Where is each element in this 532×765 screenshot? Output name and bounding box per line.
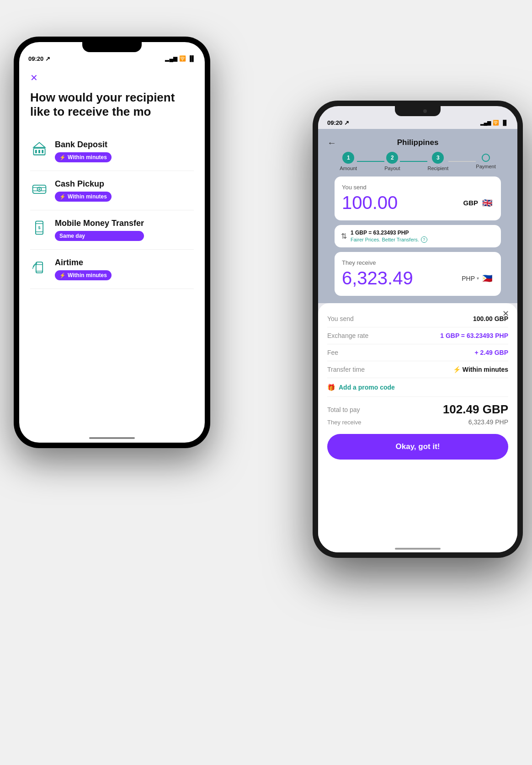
cash-pickup-badge: Within minutes (55, 192, 112, 202)
total-value: 102.49 GBP (443, 402, 508, 417)
battery-icon-front: ▐▌ (501, 120, 508, 125)
step-3-label: Recipient (427, 166, 448, 171)
send-currency-code: GBP (463, 199, 478, 207)
step-payment: Payment (476, 154, 495, 169)
svg-text:$: $ (38, 225, 40, 230)
bottom-sheet: ✕ You send 100.00 GBP Exchange rate 1 GB… (318, 303, 517, 552)
mobile-money-text: Mobile Money Transfer Same day (55, 219, 144, 241)
transfer-time-text: Within minutes (463, 366, 508, 373)
step-1-circle: 1 (342, 152, 354, 164)
mobile-money-name: Mobile Money Transfer (55, 219, 144, 228)
svg-rect-2 (38, 150, 40, 153)
detail-you-send: You send 100.00 GBP (327, 310, 508, 327)
bank-deposit-badge: Within minutes (55, 152, 112, 162)
detail-fee: Fee + 2.49 GBP (327, 344, 508, 361)
help-icon[interactable]: ? (421, 236, 427, 243)
rate-row: ⇅ 1 GBP = 63.23493 PHP Fairer Prices. Be… (335, 225, 501, 247)
home-indicator-back (89, 437, 135, 439)
step-2-label: Payout (384, 166, 400, 171)
swap-icon[interactable]: ⇅ (341, 232, 347, 241)
sheet-they-receive-label: They receive (327, 419, 361, 426)
phone-front-screen: 09:20 ↗ ▂▄▆ 🛜 ▐▌ ← Philippines 1 Am (318, 106, 517, 552)
home-indicator-front (395, 548, 441, 550)
total-row: Total to pay 102.49 GBP (327, 402, 508, 417)
sheet-they-receive-value: 6,323.49 PHP (468, 418, 508, 426)
detail-you-send-label: You send (327, 315, 354, 322)
step-4-circle (482, 154, 490, 162)
detail-fee-label: Fee (327, 349, 338, 356)
promo-icon: 🎁 (327, 384, 335, 391)
airtime-option[interactable]: Airtime Within minutes (30, 250, 194, 289)
bank-deposit-name: Bank Deposit (55, 140, 112, 150)
bank-deposit-option[interactable]: Bank Deposit Within minutes (30, 132, 194, 171)
you-send-card: You send 100.00 GBP 🇬🇧 (335, 177, 501, 220)
cash-pickup-icon (30, 179, 48, 198)
detail-rate-label: Exchange rate (327, 332, 368, 339)
screen-content-front: ← Philippines 1 Amount 2 Payout (318, 129, 517, 552)
airtime-icon (30, 258, 48, 276)
sheet-they-receive-row: They receive 6,323.49 PHP (327, 418, 508, 426)
detail-transfer-time: Transfer time ⚡ Within minutes (327, 361, 508, 378)
detail-time-value: ⚡ Within minutes (453, 366, 508, 373)
total-section: Total to pay 102.49 GBP They receive 6,3… (327, 397, 508, 429)
notch-back (82, 42, 142, 52)
sheet-close-button[interactable]: ✕ (502, 310, 509, 318)
detail-exchange-rate: Exchange rate 1 GBP = 63.23493 PHP (327, 327, 508, 344)
cash-pickup-option[interactable]: Cash Pickup Within minutes (30, 171, 194, 210)
rate-info: 1 GBP = 63.23493 PHP Fairer Prices. Bett… (351, 230, 427, 243)
lightning-icon: ⚡ (453, 366, 461, 373)
airtime-name: Airtime (55, 258, 112, 267)
phone-back-screen: 09:20 ↗ ▂▄▆ 🛜 ▐▌ ✕ How would your recipi… (19, 42, 205, 443)
airtime-text: Airtime Within minutes (55, 258, 112, 280)
promo-row[interactable]: 🎁 Add a promo code (327, 378, 508, 397)
php-currency[interactable]: PHP ▾ 🇵🇭 (462, 272, 494, 285)
step-recipient: 3 Recipient (427, 152, 448, 171)
screen-top-section: ← Philippines 1 Amount 2 Payout (318, 129, 517, 303)
fairer-text: Fairer Prices. Better Transfers. ? (351, 236, 427, 243)
step-4-label: Payment (476, 164, 495, 169)
okay-got-it-button[interactable]: Okay, got it! (327, 434, 508, 460)
status-time-front: 09:20 ↗ (327, 119, 349, 126)
status-bar-back: 09:20 ↗ ▂▄▆ 🛜 ▐▌ (19, 52, 205, 65)
detail-fee-value: + 2.49 GBP (474, 349, 508, 356)
front-camera (423, 109, 427, 113)
promo-text: Add a promo code (339, 384, 395, 391)
signal-icon-front: ▂▄▆ (480, 120, 491, 126)
svg-point-8 (38, 188, 40, 190)
cash-pickup-text: Cash Pickup Within minutes (55, 179, 112, 202)
step-payout: 2 Payout (384, 152, 400, 171)
status-bar-front: 09:20 ↗ ▂▄▆ 🛜 ▐▌ (318, 116, 517, 129)
mobile-money-option[interactable]: $ Mobile Money Transfer Same day (30, 210, 194, 250)
they-receive-row: 6,323.49 PHP ▾ 🇵🇭 (342, 268, 494, 289)
php-flag: 🇵🇭 (481, 272, 494, 285)
step-1-label: Amount (340, 166, 357, 171)
you-send-label: You send (342, 184, 494, 191)
airtime-badge: Within minutes (55, 270, 112, 280)
gbp-flag: 🇬🇧 (481, 197, 494, 209)
step-2-circle: 2 (386, 152, 398, 164)
detail-time-label: Transfer time (327, 366, 365, 373)
svg-rect-1 (35, 150, 37, 153)
nav-title: Philippines (397, 138, 439, 147)
status-time: 09:20 ↗ (28, 55, 50, 62)
mobile-money-icon: $ (30, 219, 48, 237)
they-receive-card: They receive 6,323.49 PHP ▾ 🇵🇭 (335, 252, 501, 296)
page-title: How would your recipient like to receive… (30, 91, 194, 119)
nav-bar: ← Philippines (327, 134, 508, 152)
send-currency[interactable]: GBP 🇬🇧 (463, 197, 494, 209)
close-button[interactable]: ✕ (30, 72, 194, 83)
bank-deposit-icon (30, 140, 48, 158)
wifi-icon: 🛜 (179, 55, 186, 62)
you-send-amount[interactable]: 100.00 (342, 193, 398, 213)
mobile-money-badge: Same day (55, 231, 144, 241)
connector-3-4 (448, 161, 476, 162)
total-label: Total to pay (327, 406, 360, 413)
bank-deposit-text: Bank Deposit Within minutes (55, 140, 112, 162)
back-button[interactable]: ← (327, 138, 336, 148)
php-currency-code: PHP (462, 275, 475, 282)
phone-front: 09:20 ↗ ▂▄▆ 🛜 ▐▌ ← Philippines 1 Am (313, 101, 523, 558)
detail-rate-value: 1 GBP = 63.23493 PHP (440, 332, 508, 339)
connector-1-2 (357, 161, 384, 162)
cash-pickup-name: Cash Pickup (55, 179, 112, 189)
svg-marker-4 (33, 143, 45, 148)
